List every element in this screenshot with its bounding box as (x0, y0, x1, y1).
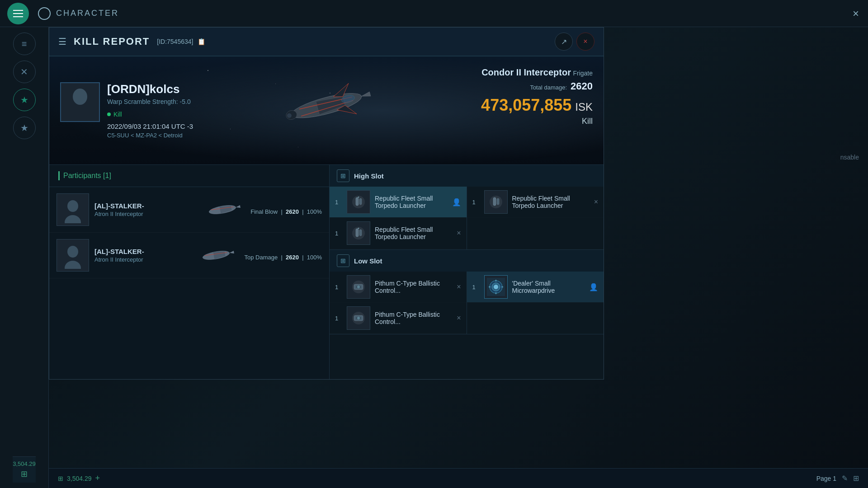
svg-point-56 (494, 285, 498, 289)
sidebar-star-icon-1[interactable]: ★ (13, 89, 36, 111)
participant-details-2: [AL]-STALKER- Atron II Interceptor (94, 248, 188, 263)
participant-damage-1: 2620 (286, 208, 299, 215)
fitting-close-icon-3[interactable]: × (457, 229, 461, 237)
low-slot-section: ⊞ Low Slot 1 (330, 250, 604, 334)
fitting-high-slot-4 (467, 218, 604, 249)
high-slot-section: ⊞ High Slot 1 (330, 165, 604, 250)
svg-rect-31 (356, 197, 359, 206)
low-slot-col-left: 1 Pithum C-Type Ballistic C (330, 272, 467, 334)
app-title-area: CHARACTER (38, 7, 119, 20)
high-slot-items: 1 Republic Fleet Small Torp (330, 187, 604, 249)
ship-illustration (259, 65, 394, 148)
page-edit-icon[interactable]: ✎ (842, 474, 848, 483)
svg-marker-19 (236, 205, 241, 209)
participant-stats-2: Top Damage | 2620 | 100% (244, 254, 322, 261)
victim-warp-scramble: Warp Scramble Strength: -5.0 (107, 98, 193, 105)
participant-badge-2: Top Damage (244, 254, 278, 261)
sidebar-combat-icon[interactable]: ✕ (13, 61, 36, 83)
isk-value: 473,057,855 (481, 96, 571, 115)
svg-rect-41 (493, 197, 496, 206)
participant-damage-2: 2620 (286, 254, 299, 261)
ship-type: Frigate (573, 70, 593, 77)
victim-section: [ORDN]kolcs Warp Scramble Strength: -5.0… (60, 82, 193, 139)
kill-location: C5-SUU < MZ-PA2 < Detroid (107, 132, 193, 139)
fitting-high-slot-1[interactable]: 1 Republic Fleet Small Torp (330, 187, 467, 218)
ship-name-area: Condor II Interceptor Frigate (481, 67, 593, 78)
fitting-close-low-3[interactable]: × (457, 314, 461, 322)
participant-ship-img-2 (193, 242, 239, 269)
isk-label: ISK (575, 101, 593, 113)
kill-report-id: [ID:7545634] 📋 (157, 38, 205, 45)
fitting-high-slot-3[interactable]: 1 Republic Fleet Small Torp (330, 218, 467, 249)
participant-badge-1: Final Blow (250, 208, 278, 215)
fitting-name-high-3: Republic Fleet Small Torpedo Launcher (375, 226, 452, 240)
damage-row: Total damage: 2620 (481, 80, 593, 92)
sidebar-filter-icon[interactable]: ⊞ (13, 469, 36, 479)
app-title: CHARACTER (56, 9, 119, 18)
victim-name: [ORDN]kolcs (107, 82, 193, 96)
page-bar-left: ⊞ 3,504.29 + (58, 474, 100, 483)
total-damage-label: Total damage: (530, 84, 567, 91)
svg-rect-37 (359, 230, 362, 236)
fitting-low-slot-1[interactable]: 1 Pithum C-Type Ballistic C (330, 272, 467, 303)
participants-title: Participants [1] (63, 172, 111, 180)
participant-details-1: [AL]-STALKER- Atron II Interceptor (94, 202, 194, 217)
fitting-high-slot-2[interactable]: 1 Republic Fleet Small Torpedo Launcher (467, 187, 604, 218)
participant-item-1[interactable]: [AL]-STALKER- Atron II Interceptor F (49, 187, 329, 233)
kill-outcome-label: Kill (481, 117, 593, 126)
fitting-name-high-1: Republic Fleet Small Torpedo Launcher (375, 195, 448, 209)
fitting-icon-ballistic-1 (347, 275, 370, 299)
copy-icon[interactable]: 📋 (198, 38, 205, 45)
low-slot-title: Low Slot (354, 257, 382, 265)
svg-point-47 (357, 286, 360, 288)
fitting-qty-2: 1 (472, 199, 480, 206)
sidebar-star-icon-2[interactable]: ★ (13, 117, 36, 139)
high-slot-col-left: 1 Republic Fleet Small Torp (330, 187, 467, 249)
participant-avatar-1 (57, 193, 89, 226)
victim-info: [ORDN]kolcs Warp Scramble Strength: -5.0… (107, 82, 193, 139)
page-bar: ⊞ 3,504.29 + Page 1 ✎ ⊞ (49, 468, 868, 488)
participant-item-2[interactable]: [AL]-STALKER- Atron II Interceptor T (49, 233, 329, 278)
participant-name-1: [AL]-STALKER- (94, 202, 194, 210)
fitting-icon-ballistic-3 (347, 306, 370, 330)
fitting-low-slot-3[interactable]: 1 Pithum C-Type Ballistic C (330, 303, 467, 334)
kill-report-header: ☰ KILL REPORT [ID:7545634] 📋 ↗ × (49, 28, 604, 56)
participant-percent-2: 100% (307, 254, 322, 261)
page-bar-plus-icon[interactable]: + (95, 474, 100, 483)
sidebar-value: 3,504.29 (13, 460, 36, 467)
participant-stats-1: Final Blow | 2620 | 100% (250, 208, 322, 215)
svg-rect-42 (497, 198, 499, 205)
participant-ship-img-1 (200, 196, 245, 223)
low-slot-header: ⊞ Low Slot (330, 250, 604, 272)
kr-close-button[interactable]: × (576, 33, 594, 51)
fitting-low-qty-3: 1 (335, 315, 342, 322)
page-filter-icon[interactable]: ⊞ (853, 474, 859, 483)
share-button[interactable]: ↗ (555, 33, 573, 51)
svg-point-16 (67, 200, 78, 212)
participant-ship-1: Atron II Interceptor (94, 211, 194, 217)
fitting-close-icon-2[interactable]: × (594, 198, 598, 206)
app-close-button[interactable]: × (853, 7, 859, 20)
fitting-low-slot-2[interactable]: 1 (467, 272, 604, 303)
sidebar-bottom: 3,504.29 ⊞ (13, 456, 36, 483)
participants-header: Participants [1] (49, 165, 329, 187)
fitting-low-qty-1: 1 (335, 284, 342, 291)
kill-report-body: Participants [1] [AL]-STALKER- Atron II … (49, 165, 604, 379)
badge-text: Kill (113, 111, 122, 118)
fitting-person-icon-1: 👤 (452, 198, 461, 206)
fitting-icon-launcher-3 (347, 221, 370, 245)
high-slot-col-right: 1 Republic Fleet Small Torpedo Launcher (467, 187, 604, 249)
kr-menu-button[interactable]: ☰ (58, 36, 66, 47)
sidebar-menu-icon[interactable]: ≡ (13, 33, 36, 55)
character-icon (38, 7, 51, 20)
svg-marker-5 (361, 92, 371, 99)
fitting-icon-mwd (484, 275, 508, 299)
fitting-close-low-1[interactable]: × (457, 283, 461, 291)
high-slot-icon: ⊞ (337, 169, 349, 182)
page-bar-right: Page 1 ✎ ⊞ (816, 474, 859, 483)
sidebar-bottom-bar: 3,504.29 ⊞ (13, 456, 36, 483)
left-sidebar: ≡ ✕ ★ ★ 3,504.29 ⊞ (0, 27, 49, 488)
hero-star (208, 70, 208, 71)
right-panel-hint: nsable (840, 154, 859, 161)
hamburger-button[interactable] (7, 3, 29, 24)
